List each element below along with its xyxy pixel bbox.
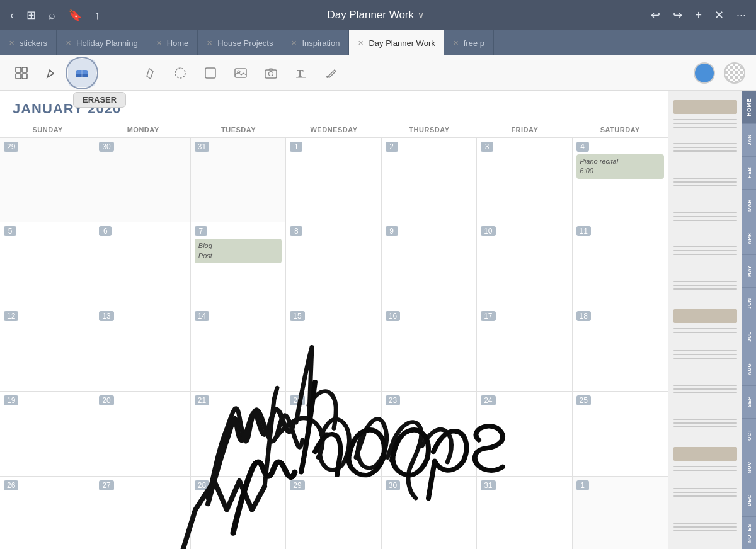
cell-jan-3[interactable]: 3 [477,138,572,222]
bookmark-button[interactable]: 🔖 [68,8,82,22]
tab-stickers[interactable]: ✕ stickers [0,30,57,55]
shapes-tool-button[interactable] [197,59,224,87]
tab-apr-month[interactable]: APR [742,222,756,254]
tab-close-free[interactable]: ✕ [453,39,459,47]
camera-tool-button[interactable] [257,59,285,87]
tab-inspiration[interactable]: ✕ Inspiration [282,30,349,55]
cell-jan-11[interactable]: 11 [573,222,668,306]
cell-jan-27[interactable]: 27 [95,477,190,549]
tab-oct-month[interactable]: OCT [742,418,756,451]
tab-jan-month[interactable]: JAN [742,123,756,156]
cell-jan-8[interactable]: 8 [286,222,381,306]
cell-jan-10[interactable]: 10 [477,222,572,306]
tab-mar-month[interactable]: MAR [742,189,756,222]
tab-notes-month[interactable]: NOTES [742,516,756,549]
cell-jan-7[interactable]: 7 BlogPost [191,222,286,306]
day-sunday: SUNDAY [0,122,95,137]
cell-jan-26[interactable]: 26 [0,477,95,549]
document-title[interactable]: Day Planner Work ∨ [327,9,424,21]
pen-tool-button[interactable] [38,59,66,87]
cell-jan-23[interactable]: 23 [382,392,477,475]
jul-highlight [673,309,737,323]
cell-jan-1[interactable]: 1 [286,138,381,222]
line-3 [673,127,737,128]
search-button[interactable]: ⌕ [49,9,55,22]
cell-jan-28[interactable]: 28 [191,477,286,549]
tab-dayplanner[interactable]: ✕ Day Planner Work [349,30,444,55]
cell-jan-6[interactable]: 6 [95,222,190,306]
sidebar-section-notes [673,509,737,544]
cell-dec-29[interactable]: 29 [0,138,95,222]
tab-feb-month[interactable]: FEB [742,156,756,189]
text-tool-button[interactable]: T [287,59,315,87]
color-picker-tool-button[interactable] [318,59,345,87]
add-button[interactable]: + [695,9,702,22]
cell-jan-5[interactable]: 5 [0,222,95,306]
tab-jul-month[interactable]: JUL [742,320,756,353]
cell-dec-31[interactable]: 31 [191,138,286,222]
cell-jan-14[interactable]: 14 [191,307,286,391]
tab-free[interactable]: ✕ free p [444,30,494,55]
date-5: 5 [4,226,16,236]
main-content: JANUARY 2020 SUNDAY MONDAY TUESDAY WEDNE… [0,91,756,549]
eraser-tool-button[interactable]: ERASER [68,59,96,87]
more-button[interactable]: ··· [736,9,746,22]
cell-jan-20[interactable]: 20 [95,392,190,475]
tab-aug-month[interactable]: AUG [742,353,756,385]
cell-jan-9[interactable]: 9 [382,222,477,306]
cell-jan-4[interactable]: 4 Piano recital6:00 [573,138,668,222]
line-33 [673,492,737,493]
eraser-tooltip: ERASER [73,92,126,108]
photo-tool-button[interactable] [227,59,255,87]
cell-jan-21[interactable]: 21 [191,392,286,475]
lasso-tool-button[interactable] [166,59,194,87]
cell-dec-30[interactable]: 30 [95,138,190,222]
cell-jan-13[interactable]: 13 [95,307,190,391]
tab-close-home[interactable]: ✕ [156,39,162,47]
cell-jan-24[interactable]: 24 [477,392,572,475]
cell-jan-17[interactable]: 17 [477,307,572,391]
cell-jan-18[interactable]: 18 [573,307,668,391]
sidebar-section-nov [673,441,737,475]
tab-may-month[interactable]: MAY [742,254,756,287]
undo-button[interactable]: ↩ [651,8,660,22]
highlighter-tool-button[interactable] [136,59,164,87]
line-9 [673,185,737,186]
layout-tool-button[interactable] [8,59,35,87]
share-button[interactable]: ↑ [94,9,100,22]
cell-jan-15[interactable]: 15 [286,307,381,391]
tab-nov-month[interactable]: NOV [742,451,756,484]
tab-close-house[interactable]: ✕ [207,39,212,47]
back-button[interactable]: ‹ [10,9,14,22]
tab-close-dayplanner[interactable]: ✕ [358,39,364,47]
tab-holiday[interactable]: ✕ Holiday Planning [57,30,147,55]
tab-jun-month[interactable]: JUN [742,287,756,320]
cell-jan-19[interactable]: 19 [0,392,95,475]
tab-home-month[interactable]: HOME [742,91,756,123]
date-27: 27 [99,480,113,490]
tab-dec-month[interactable]: DEC [742,484,756,516]
cell-jan-12[interactable]: 12 [0,307,95,391]
grid-button[interactable]: ⊞ [26,8,36,22]
cell-jan-31[interactable]: 31 [477,477,572,549]
cell-jan-16[interactable]: 16 [382,307,477,391]
color-swatch-transparent[interactable] [721,59,748,87]
cell-jan-25[interactable]: 25 [573,392,668,475]
cell-jan-2[interactable]: 2 [382,138,477,222]
blog-note: BlogPost [195,239,282,263]
tab-house[interactable]: ✕ House Projects [198,30,282,55]
tab-close-inspiration[interactable]: ✕ [291,39,297,47]
tab-close-holiday[interactable]: ✕ [66,39,71,47]
tab-sep-month[interactable]: SEP [742,385,756,418]
tab-home[interactable]: ✕ Home [147,30,198,55]
cell-jan-22[interactable]: 22 [286,392,381,475]
redo-button[interactable]: ↪ [673,8,682,22]
cell-jan-29[interactable]: 29 [286,477,381,549]
close-button[interactable]: ✕ [714,8,724,22]
color-swatch-blue[interactable] [690,59,718,87]
cell-feb-1[interactable]: 1 [573,477,668,549]
tab-close-stickers[interactable]: ✕ [9,39,14,47]
week-row-3: 12 13 14 15 16 17 18 [0,307,668,392]
cell-jan-30[interactable]: 30 [382,477,477,549]
line-16 [673,281,737,282]
